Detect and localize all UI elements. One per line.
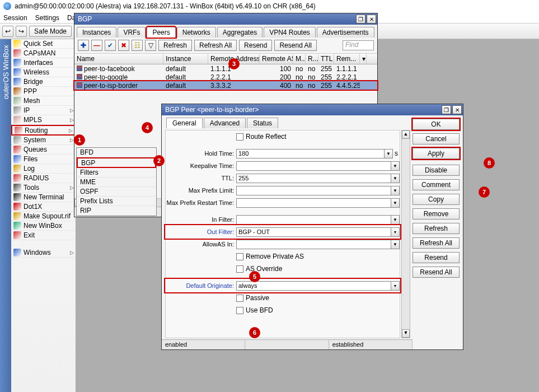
- disable-button[interactable]: Disable: [413, 165, 460, 176]
- resend-all-button[interactable]: Resend All: [413, 267, 460, 278]
- sidebar-item-routing[interactable]: Routing▷: [11, 125, 76, 136]
- sidebar-item-log[interactable]: Log: [11, 164, 76, 174]
- refresh-all-button[interactable]: Refresh All: [194, 40, 237, 51]
- sidebar-item-exit[interactable]: Exit: [11, 231, 76, 240]
- find-input[interactable]: Find: [343, 40, 374, 50]
- col-menu-icon[interactable]: ▾: [360, 54, 367, 64]
- out-filter-input[interactable]: BGP - OUT: [236, 227, 391, 237]
- sidebar-item-files[interactable]: Files: [11, 155, 76, 164]
- comment-button[interactable]: Comment: [413, 179, 460, 190]
- undo-button[interactable]: ↩: [2, 26, 13, 37]
- add-button[interactable]: ✚: [78, 40, 89, 51]
- submenu-item-bfd[interactable]: BFD: [77, 148, 156, 157]
- tab-networks[interactable]: Networks: [177, 27, 216, 38]
- enable-button[interactable]: ✔: [105, 40, 116, 51]
- copy-button[interactable]: Copy: [413, 194, 460, 205]
- as-override-checkbox[interactable]: [236, 265, 243, 273]
- apply-button[interactable]: Apply: [413, 148, 460, 159]
- tab-vrfs[interactable]: VRFs: [118, 27, 146, 38]
- sidebar-item-quick-set[interactable]: Quick Set: [11, 39, 76, 49]
- submenu-item-prefix lists[interactable]: Prefix Lists: [77, 197, 156, 206]
- out-filter-label[interactable]: Out Filter:: [166, 228, 236, 235]
- hold-time-input[interactable]: 180: [236, 149, 385, 158]
- sidebar-item-bridge[interactable]: Bridge: [11, 77, 76, 87]
- hold-time-drop-icon[interactable]: ▼: [385, 149, 393, 158]
- bgp-window-close-icon[interactable]: ✕: [367, 15, 376, 24]
- redo-button[interactable]: ↪: [16, 26, 27, 37]
- tab-general[interactable]: General: [166, 118, 203, 128]
- refresh-button[interactable]: Refresh: [158, 40, 192, 51]
- sidebar-item-mpls[interactable]: MPLS▷: [11, 115, 76, 125]
- sidebar-item-new-winbox[interactable]: New WinBox: [11, 221, 76, 231]
- scroll-down-icon[interactable]: ▼: [402, 329, 410, 338]
- sidebar-item-capsman[interactable]: CAPsMAN: [11, 49, 76, 58]
- peer-window-titlebar[interactable]: BGP Peer <peer-to-isp-border> ❐ ✕: [162, 104, 463, 115]
- sidebar-item-windows[interactable]: Windows▷: [11, 248, 76, 258]
- out-filter-drop-icon[interactable]: ▾: [391, 227, 400, 237]
- use-bfd-checkbox[interactable]: [236, 307, 243, 314]
- sidebar-item-tools[interactable]: Tools▷: [11, 183, 76, 193]
- tab-status[interactable]: Status: [247, 118, 278, 128]
- col-remote[interactable]: Rem...: [334, 54, 360, 64]
- remove-button[interactable]: —: [91, 40, 102, 51]
- sidebar-item-make-supout-rif[interactable]: Make Supout.rif: [11, 212, 76, 221]
- col-multihop[interactable]: M...: [293, 54, 306, 64]
- sidebar-item-mesh[interactable]: Mesh: [11, 96, 76, 106]
- max-prefix-drop-icon[interactable]: ▼: [391, 186, 400, 195]
- submenu-item-mme[interactable]: MME: [77, 178, 156, 187]
- sidebar-item-system[interactable]: System▷: [11, 136, 76, 145]
- in-filter-input[interactable]: [236, 215, 391, 225]
- peer-vscroll[interactable]: ▲▼: [401, 130, 410, 338]
- keepalive-input[interactable]: [236, 161, 391, 171]
- resend-button[interactable]: Resend: [413, 252, 460, 263]
- cancel-button[interactable]: Cancel: [413, 133, 460, 144]
- max-prefix-restart-drop-icon[interactable]: ▼: [391, 198, 400, 208]
- tab-aggregates[interactable]: Aggregates: [217, 27, 263, 38]
- allowas-input[interactable]: [236, 240, 391, 249]
- vertical-tab[interactable]: outerOS WinBox: [0, 39, 11, 392]
- resend-all-button[interactable]: Resend All: [274, 40, 316, 51]
- comment-button[interactable]: ☷: [132, 40, 143, 51]
- bgp-window-restore-icon[interactable]: ❐: [356, 15, 365, 24]
- max-prefix-restart-input[interactable]: [236, 198, 391, 208]
- ttl-input[interactable]: 255: [236, 174, 391, 183]
- submenu-item-ospf[interactable]: OSPF: [77, 187, 156, 197]
- peer-window-restore-icon[interactable]: ❐: [442, 105, 451, 114]
- passive-checkbox[interactable]: [236, 295, 243, 302]
- tab-instances[interactable]: Instances: [77, 27, 116, 38]
- bgp-window-titlebar[interactable]: BGP ❐ ✕: [74, 13, 377, 25]
- resend-button[interactable]: Resend: [239, 40, 272, 51]
- refresh-button[interactable]: Refresh: [413, 223, 460, 234]
- safe-mode-button[interactable]: Safe Mode: [29, 26, 72, 37]
- submenu-item-filters[interactable]: Filters: [77, 168, 156, 178]
- table-row[interactable]: peer-to-facebookdefault1.1.1.1100nono255…: [74, 64, 377, 73]
- disable-button[interactable]: ✖: [118, 40, 129, 51]
- table-row[interactable]: peer-to-isp-borderdefault3.3.3.2400nono2…: [74, 81, 377, 90]
- sidebar-item-queues[interactable]: Queues: [11, 145, 76, 155]
- default-originate-input[interactable]: always: [236, 281, 391, 291]
- route-reflect-checkbox[interactable]: [236, 133, 243, 141]
- col-ttl[interactable]: TTL: [318, 54, 334, 64]
- sidebar-item-radius[interactable]: RADIUS: [11, 174, 76, 183]
- remove-button[interactable]: Remove: [413, 208, 460, 220]
- refresh-all-button[interactable]: Refresh All: [413, 237, 460, 249]
- col-remote-as[interactable]: Remote AS: [260, 54, 293, 64]
- ok-button[interactable]: OK: [413, 119, 460, 130]
- sidebar-item-ip[interactable]: IP▷: [11, 106, 76, 115]
- tab-advanced[interactable]: Advanced: [204, 118, 246, 128]
- sidebar-item-dot1x[interactable]: Dot1X: [11, 202, 76, 212]
- filter-button[interactable]: ▽: [145, 40, 156, 51]
- col-name[interactable]: Name: [74, 54, 163, 64]
- menu-settings[interactable]: Settings: [35, 14, 59, 22]
- max-prefix-input[interactable]: [236, 186, 391, 195]
- submenu-item-rip[interactable]: RIP: [77, 206, 156, 216]
- ttl-drop-icon[interactable]: ▼: [391, 174, 400, 183]
- tab-peers[interactable]: Peers: [147, 27, 175, 38]
- col-instance[interactable]: Instance: [163, 54, 208, 64]
- remove-private-as-checkbox[interactable]: [236, 253, 243, 260]
- scroll-up-icon[interactable]: ▲: [402, 130, 410, 139]
- sidebar-item-ppp[interactable]: PPP: [11, 87, 76, 96]
- in-filter-drop-icon[interactable]: ▼: [391, 215, 400, 225]
- table-row[interactable]: peer-to-googledefault2.2.2.1200nono2552.…: [74, 73, 377, 81]
- default-originate-drop-icon[interactable]: ▾: [391, 281, 400, 291]
